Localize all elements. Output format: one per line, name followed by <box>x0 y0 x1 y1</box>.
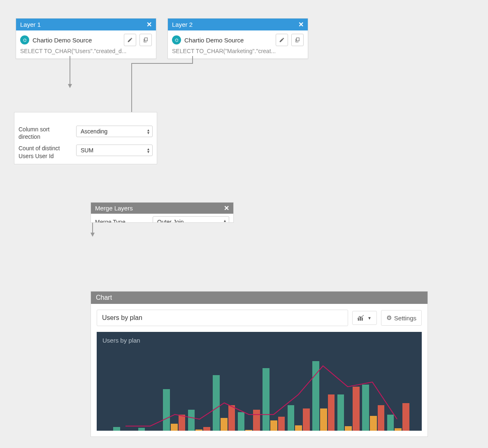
edit-button[interactable] <box>276 34 288 46</box>
duplicate-button[interactable] <box>139 34 152 46</box>
layer-1-title: Layer 1 <box>20 21 41 28</box>
gear-icon: ⚙ <box>386 314 392 322</box>
layer-1-sql: SELECT TO_CHAR("Users"."created_d... <box>20 48 152 54</box>
datasource-icon: ⌬ <box>172 35 181 44</box>
close-icon[interactable]: ✕ <box>224 205 229 212</box>
copy-icon <box>143 37 149 43</box>
caret-down-icon: ▼ <box>367 316 372 320</box>
svg-rect-4 <box>358 318 359 321</box>
layer-1-card: Layer 1 ✕ ⌬ Chartio Demo Source SELECT T… <box>16 18 156 59</box>
chart-inner-title: Users by plan <box>97 332 422 349</box>
pencil-icon <box>279 37 285 43</box>
merge-header: Merge Layers ✕ <box>91 203 233 214</box>
aggregate-label: Count of distinct Users User Id <box>19 145 72 159</box>
merge-layers-card: Merge Layers ✕ Merge Type Outer Join ▴▾ <box>91 202 234 223</box>
bar-chart-icon <box>358 315 365 321</box>
sort-direction-label: Column sort direction <box>19 126 72 140</box>
close-icon[interactable]: ✕ <box>146 21 152 28</box>
layer-2-sql: SELECT TO_CHAR("Marketing"."creat... <box>172 48 304 54</box>
pencil-icon <box>127 37 133 43</box>
svg-marker-3 <box>91 233 95 237</box>
layer-2-card: Layer 2 ✕ ⌬ Chartio Demo Source SELECT T… <box>167 18 308 59</box>
chart-panel: Chart ▼ ⚙ Settings Users by plan <box>91 291 428 437</box>
chart-bars <box>113 357 409 431</box>
datasource-icon: ⌬ <box>20 35 29 44</box>
chart-panel-title: Chart <box>91 292 428 304</box>
settings-button[interactable]: ⚙ Settings <box>381 310 422 326</box>
connector-arrow <box>66 56 74 89</box>
svg-rect-6 <box>362 317 363 321</box>
merge-type-select[interactable]: Outer Join <box>153 216 229 223</box>
merge-title: Merge Layers <box>95 205 133 212</box>
layer-2-header: Layer 2 ✕ <box>168 19 308 30</box>
connector-arrow <box>131 56 197 114</box>
aggregate-select[interactable]: SUM <box>76 145 153 156</box>
duplicate-button[interactable] <box>291 34 304 46</box>
layer-1-header: Layer 1 ✕ <box>16 19 156 30</box>
close-icon[interactable]: ✕ <box>298 21 304 28</box>
chart-type-dropdown[interactable]: ▼ <box>352 311 377 325</box>
sort-direction-select[interactable]: Ascending <box>76 126 153 137</box>
chart-title-input[interactable] <box>97 310 348 326</box>
layer-2-source: Chartio Demo Source <box>184 37 272 44</box>
edit-button[interactable] <box>124 34 136 46</box>
chart-area: Users by plan <box>97 332 422 431</box>
layer-1-source: Chartio Demo Source <box>33 37 121 44</box>
connector-arrow <box>88 223 97 238</box>
copy-icon <box>295 37 300 43</box>
transform-card: Column sort direction Ascending ▴▾ Count… <box>14 112 157 164</box>
settings-label: Settings <box>394 315 416 322</box>
layer-2-title: Layer 2 <box>172 21 193 28</box>
svg-marker-1 <box>68 84 72 88</box>
merge-type-label: Merge Type <box>95 218 149 223</box>
